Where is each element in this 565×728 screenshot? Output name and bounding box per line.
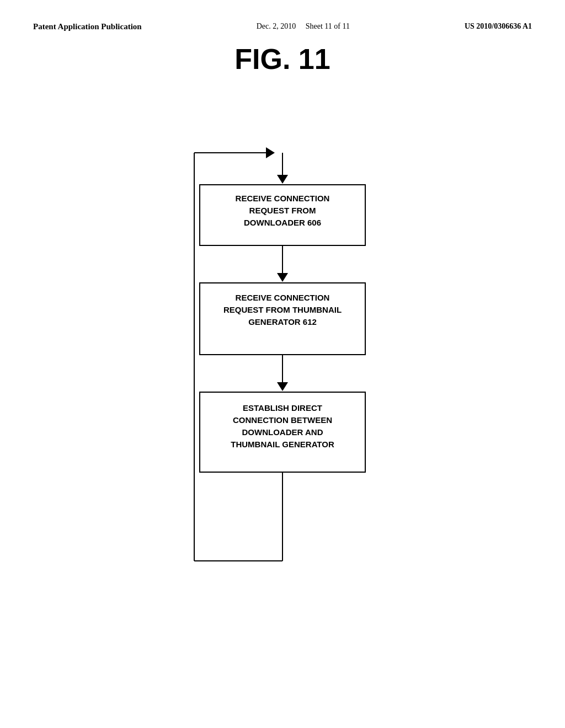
flowchart-svg: RECEIVE CONNECTION REQUEST FROM DOWNLOAD… <box>139 109 426 605</box>
svg-marker-5 <box>277 175 288 184</box>
svg-text:GENERATOR 612: GENERATOR 612 <box>248 317 317 326</box>
figure-title: FIG. 11 <box>33 42 532 76</box>
svg-text:RECEIVE CONNECTION: RECEIVE CONNECTION <box>236 194 330 203</box>
svg-marker-11 <box>277 273 288 282</box>
page-header: Patent Application Publication Dec. 2, 2… <box>33 22 532 31</box>
header-date-sheet: Dec. 2, 2010 Sheet 11 of 11 <box>257 22 350 31</box>
svg-text:ESTABLISH DIRECT: ESTABLISH DIRECT <box>243 403 322 413</box>
header-date: Dec. 2, 2010 <box>257 22 296 30</box>
svg-marker-3 <box>266 147 275 158</box>
patent-page: Patent Application Publication Dec. 2, 2… <box>0 0 565 728</box>
header-sheet: Sheet 11 of 11 <box>306 22 350 30</box>
svg-text:DOWNLOADER AND: DOWNLOADER AND <box>242 427 323 437</box>
svg-text:RECEIVE CONNECTION: RECEIVE CONNECTION <box>236 293 330 302</box>
svg-text:CONNECTION BETWEEN: CONNECTION BETWEEN <box>233 415 332 425</box>
diagram-container: RECEIVE CONNECTION REQUEST FROM DOWNLOAD… <box>33 109 532 605</box>
svg-text:REQUEST FROM THUMBNAIL: REQUEST FROM THUMBNAIL <box>223 305 342 314</box>
header-patent-number: US 2010/0306636 A1 <box>465 22 532 31</box>
header-publication-label: Patent Application Publication <box>33 22 142 31</box>
svg-text:THUMBNAIL GENERATOR: THUMBNAIL GENERATOR <box>231 440 334 449</box>
svg-marker-17 <box>277 382 288 391</box>
svg-text:REQUEST FROM: REQUEST FROM <box>249 206 316 215</box>
svg-text:DOWNLOADER 606: DOWNLOADER 606 <box>244 218 321 227</box>
